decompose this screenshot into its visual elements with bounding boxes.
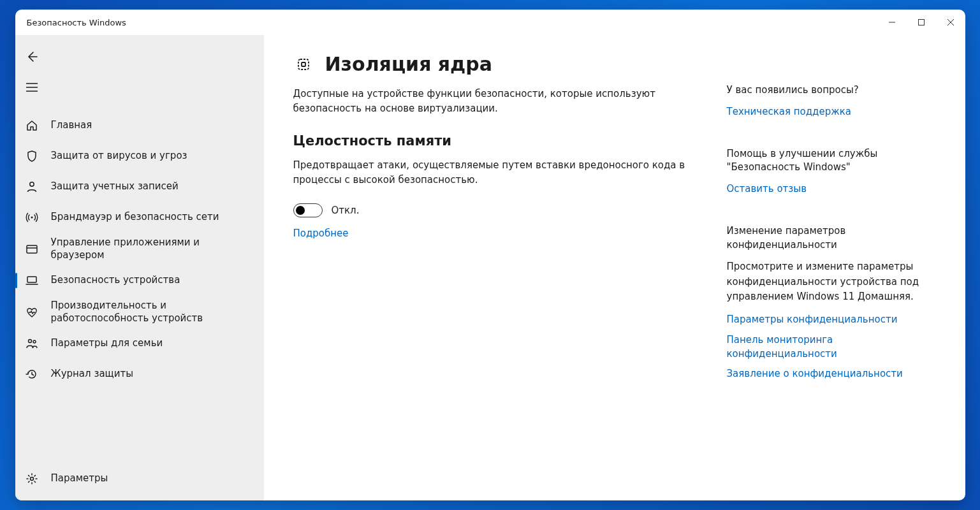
memory-integrity-toggle-row: Откл.: [293, 203, 701, 217]
toggle-knob: [296, 206, 305, 215]
home-icon: [24, 119, 40, 132]
memory-integrity-heading: Целостность памяти: [293, 133, 701, 149]
page-lead-text: Доступные на устройстве функции безопасн…: [293, 87, 701, 115]
svg-rect-8: [298, 59, 309, 69]
sidebar-item-home[interactable]: Главная: [15, 110, 264, 141]
menu-button[interactable]: [15, 72, 264, 103]
svg-point-2: [31, 217, 33, 219]
svg-point-7: [30, 477, 33, 481]
sidebar-item-virus-threat[interactable]: Защита от вирусов и угроз: [15, 141, 264, 171]
svg-rect-9: [302, 62, 305, 66]
app-window: Безопасность Windows: [15, 10, 965, 500]
back-button[interactable]: [15, 41, 264, 72]
sidebar-item-firewall[interactable]: Брандмауэр и безопасность сети: [15, 202, 264, 233]
sidebar-item-label: Безопасность устройства: [51, 274, 189, 287]
sidebar-item-account-protection[interactable]: Защита учетных записей: [15, 171, 264, 202]
privacy-statement-link[interactable]: Заявление о конфиденциальности: [727, 367, 931, 381]
sidebar-item-label: Параметры для семьи: [51, 337, 172, 350]
close-button[interactable]: [936, 12, 965, 33]
main-column: Изоляция ядра Доступные на устройстве фу…: [293, 53, 701, 488]
learn-more-link[interactable]: Подробнее: [293, 228, 349, 239]
svg-rect-0: [918, 20, 924, 26]
tech-support-link[interactable]: Техническая поддержка: [727, 105, 931, 119]
content-area: Изоляция ядра Доступные на устройстве фу…: [264, 35, 965, 500]
sidebar-item-protection-history[interactable]: Журнал защиты: [15, 359, 264, 390]
window-title: Безопасность Windows: [27, 18, 126, 27]
aside-help-heading: У вас появились вопросы?: [727, 84, 931, 98]
maximize-button[interactable]: [907, 12, 936, 33]
sidebar-item-label: Защита учетных записей: [51, 180, 187, 193]
privacy-settings-link[interactable]: Параметры конфиденциальности: [727, 313, 931, 327]
sidebar-item-label: Защита от вирусов и угроз: [51, 150, 196, 163]
svg-rect-3: [27, 245, 37, 253]
sidebar-item-label: Брандмауэр и безопасность сети: [51, 211, 228, 224]
page-title: Изоляция ядра: [325, 53, 493, 75]
feedback-link[interactable]: Оставить отзыв: [727, 182, 931, 196]
sidebar-item-label: Производительность и работоспособность у…: [51, 300, 264, 324]
svg-point-5: [28, 340, 31, 343]
sidebar-item-label: Главная: [51, 119, 101, 132]
svg-point-1: [29, 182, 33, 186]
sidebar-item-label: Параметры: [51, 472, 117, 485]
laptop-icon: [24, 274, 40, 287]
aside-column: У вас появились вопросы? Техническая под…: [727, 53, 931, 488]
aside-privacy-section: Изменение параметров конфиденциальности …: [727, 224, 931, 381]
memory-integrity-toggle[interactable]: [293, 203, 323, 217]
sidebar-item-performance-health[interactable]: Производительность и работоспособность у…: [15, 296, 264, 328]
aside-feedback-section: Помощь в улучшении службы "Безопасность …: [727, 147, 931, 196]
sidebar-item-label: Управление приложениями и браузером: [51, 237, 264, 261]
sidebar-item-family[interactable]: Параметры для семьи: [15, 328, 264, 359]
title-bar: Безопасность Windows: [15, 10, 965, 35]
sidebar-item-settings[interactable]: Параметры: [15, 463, 264, 494]
aside-help-section: У вас появились вопросы? Техническая под…: [727, 84, 931, 119]
sidebar-item-app-browser[interactable]: Управление приложениями и браузером: [15, 233, 264, 265]
hamburger-icon: [24, 83, 40, 92]
window-controls: [877, 12, 965, 33]
sidebar-item-device-security[interactable]: Безопасность устройства: [15, 265, 264, 296]
shield-icon: [24, 150, 40, 163]
aside-feedback-heading: Помощь в улучшении службы "Безопасность …: [727, 147, 931, 175]
core-isolation-icon: [293, 54, 314, 75]
window-body: Главная Защита от вирусов и угроз Защита…: [15, 35, 965, 500]
antenna-icon: [24, 211, 40, 224]
heart-pulse-icon: [24, 306, 40, 319]
aside-privacy-heading: Изменение параметров конфиденциальности: [727, 224, 931, 252]
page-header: Изоляция ядра: [293, 53, 701, 75]
person-icon: [24, 180, 40, 193]
aside-privacy-text: Просмотрите и измените параметры конфиде…: [727, 259, 931, 304]
memory-integrity-desc: Предотвращает атаки, осуществляемые путе…: [293, 158, 701, 187]
svg-rect-4: [27, 277, 36, 282]
privacy-dashboard-link[interactable]: Панель мониторинга конфиденциальности: [727, 333, 931, 361]
back-arrow-icon: [24, 50, 40, 63]
sidebar: Главная Защита от вирусов и угроз Защита…: [15, 35, 264, 500]
gear-icon: [24, 472, 40, 485]
history-icon: [24, 368, 40, 381]
minimize-button[interactable]: [877, 12, 907, 33]
toggle-state-label: Откл.: [332, 205, 360, 216]
people-icon: [24, 337, 40, 350]
svg-point-6: [33, 340, 36, 343]
sidebar-item-label: Журнал защиты: [51, 368, 143, 381]
app-window-icon: [24, 243, 40, 256]
